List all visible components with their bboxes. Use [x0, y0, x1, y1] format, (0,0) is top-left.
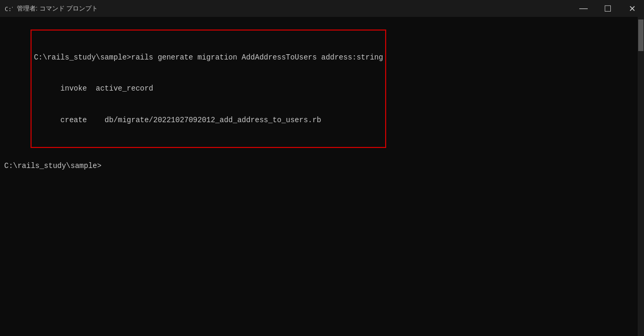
maximize-button[interactable]: ☐: [596, 0, 620, 17]
terminal-prompt-line: C:\rails_study\sample>: [4, 161, 640, 171]
title-bar: C:\ 管理者: コマンド プロンプト — ☐ ✕: [0, 0, 644, 17]
terminal-line-2: invoke active_record: [34, 83, 383, 94]
terminal-content: C:\rails_study\sample>rails generate mig…: [4, 19, 640, 192]
minimize-button[interactable]: —: [571, 0, 596, 17]
window: C:\ 管理者: コマンド プロンプト — ☐ ✕ C:\rails_study…: [0, 0, 644, 336]
highlighted-output-block: C:\rails_study\sample>rails generate mig…: [31, 29, 386, 149]
cmd-icon: C:\: [4, 4, 13, 13]
terminal-body: C:\rails_study\sample>rails generate mig…: [0, 17, 644, 336]
title-bar-left: C:\ 管理者: コマンド プロンプト: [4, 4, 98, 13]
terminal-line-3: create db/migrate/20221027092012_add_add…: [34, 115, 383, 125]
close-button[interactable]: ✕: [620, 0, 644, 17]
svg-text:C:\: C:\: [5, 6, 13, 13]
scrollbar[interactable]: [638, 17, 644, 336]
title-bar-title: 管理者: コマンド プロンプト: [17, 4, 98, 13]
terminal-line-1: C:\rails_study\sample>rails generate mig…: [34, 52, 383, 63]
title-bar-controls: — ☐ ✕: [571, 0, 644, 17]
scrollbar-thumb[interactable]: [638, 19, 643, 51]
